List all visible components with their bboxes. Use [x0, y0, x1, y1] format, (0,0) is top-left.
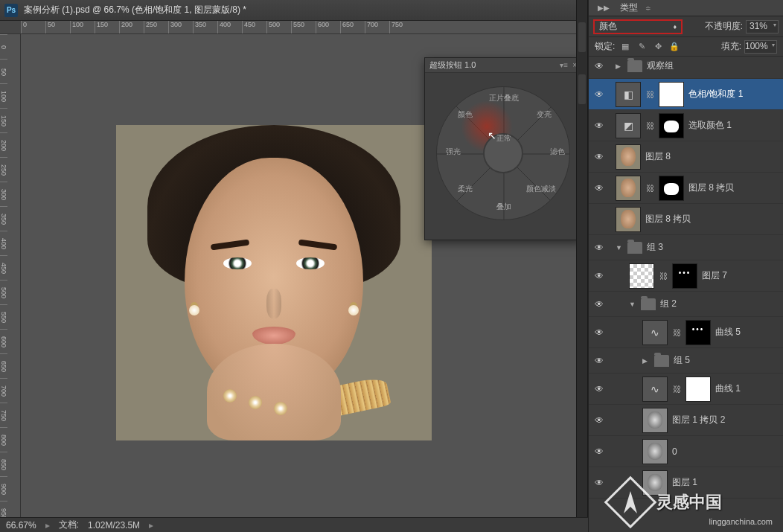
panel-tab-label[interactable]: 类型: [620, 1, 638, 14]
mask-thumbnail[interactable]: [685, 376, 711, 402]
lock-all-icon[interactable]: 🔒: [668, 41, 680, 53]
layer-name[interactable]: 图层 1 拷贝 2: [672, 414, 780, 426]
radial-menu-panel[interactable]: 超级按钮 1.0 ▾≡ × 正常 正片叠底 变亮 滤色 颜色减淡 叠加 柔光 强…: [424, 57, 582, 240]
layer-row[interactable]: 👁0: [589, 436, 783, 467]
status-menu-icon[interactable]: ▸: [149, 520, 153, 531]
visibility-toggle-icon[interactable]: 👁: [592, 478, 607, 488]
layer-thumbnail[interactable]: [642, 439, 668, 464]
group-disclosure-icon[interactable]: ▶: [616, 63, 623, 70]
radial-panel-header[interactable]: 超级按钮 1.0 ▾≡ ×: [425, 58, 581, 73]
layer-row[interactable]: 👁▼组 3: [589, 235, 783, 260]
visibility-toggle-icon[interactable]: 👁: [592, 356, 607, 366]
layer-thumbnail[interactable]: [616, 144, 641, 170]
layer-name[interactable]: 观察组: [647, 60, 780, 72]
seg-bottom[interactable]: 叠加: [489, 202, 519, 212]
group-disclosure-icon[interactable]: ▶: [642, 357, 650, 365]
lock-brush-icon[interactable]: ✎: [636, 41, 648, 53]
layer-thumbnail[interactable]: ∿: [642, 320, 668, 345]
vertical-ruler[interactable]: 0501001502002503003504004505005506006507…: [0, 34, 21, 517]
zoom-stepper-icon[interactable]: ▸: [45, 520, 50, 531]
panel-expand-icon[interactable]: ▶▶: [598, 4, 610, 12]
mask-link-icon[interactable]: ⛓: [645, 121, 654, 130]
seg-tl[interactable]: 颜色: [450, 109, 480, 120]
visibility-toggle-icon[interactable]: 👁: [592, 299, 607, 310]
visibility-toggle-icon[interactable]: 👁: [592, 183, 607, 193]
layer-name[interactable]: 组 3: [647, 241, 780, 254]
mask-thumbnail[interactable]: [659, 176, 684, 201]
visibility-toggle-icon[interactable]: 👁: [592, 121, 607, 131]
layer-thumbnail[interactable]: [642, 408, 668, 433]
layer-row[interactable]: 👁▶组 5: [589, 348, 783, 374]
seg-bl[interactable]: 柔光: [450, 184, 480, 194]
layer-name[interactable]: 色相/饱和度 1: [688, 88, 780, 100]
layer-row[interactable]: 👁图层 8: [589, 141, 783, 173]
seg-r[interactable]: 滤色: [543, 147, 570, 157]
mask-link-icon[interactable]: ⛓: [645, 90, 654, 99]
layer-thumbnail[interactable]: ◩: [616, 113, 641, 138]
layer-name[interactable]: 图层 7: [702, 269, 780, 282]
layer-thumbnail[interactable]: [629, 263, 654, 289]
layers-list[interactable]: 👁▶观察组👁◧⛓色相/饱和度 1👁◩⛓选取颜色 1👁图层 8👁⛓图层 8 拷贝图…: [589, 54, 783, 532]
lock-transparency-icon[interactable]: ▦: [619, 41, 631, 53]
document-canvas[interactable]: [116, 125, 432, 440]
layer-name[interactable]: 组 2: [660, 298, 780, 310]
mask-link-icon[interactable]: ⛓: [659, 272, 668, 281]
layer-row[interactable]: 👁⛓图层 8 拷贝: [589, 173, 783, 204]
blend-mode-wheel[interactable]: 正常 正片叠底 变亮 滤色 颜色减淡 叠加 柔光 强光 颜色 ↖: [436, 86, 570, 220]
seg-br[interactable]: 颜色减淡: [526, 184, 556, 194]
layer-row[interactable]: 👁∿⛓曲线 5: [589, 317, 783, 348]
layer-name[interactable]: 图层 8: [645, 150, 780, 163]
radial-menu-icon[interactable]: ▾≡: [560, 61, 568, 69]
layer-thumbnail[interactable]: ◧: [616, 82, 641, 107]
mask-thumbnail[interactable]: [659, 113, 684, 138]
visibility-toggle-icon[interactable]: 👁: [592, 415, 607, 426]
visibility-toggle-icon[interactable]: 👁: [592, 384, 607, 394]
mask-thumbnail[interactable]: [659, 82, 684, 107]
collapsed-panel-tab[interactable]: [578, 22, 586, 52]
visibility-toggle-icon[interactable]: 👁: [592, 327, 607, 338]
layer-row[interactable]: 👁▼组 2: [589, 292, 783, 317]
mask-thumbnail[interactable]: [672, 263, 697, 289]
visibility-toggle-icon[interactable]: 👁: [592, 61, 607, 71]
mask-link-icon[interactable]: ⛓: [672, 385, 681, 394]
fill-input[interactable]: 100%: [744, 40, 777, 54]
collapsed-panel-tab[interactable]: [578, 74, 586, 104]
layer-name[interactable]: 图层 8 拷贝: [688, 182, 780, 194]
layer-row[interactable]: 图层 8 拷贝: [589, 204, 783, 235]
layer-thumbnail[interactable]: [616, 207, 641, 232]
visibility-toggle-icon[interactable]: 👁: [592, 89, 607, 100]
layer-name[interactable]: 图层 8 拷贝: [645, 213, 780, 225]
layer-thumbnail[interactable]: ∿: [642, 376, 668, 402]
group-disclosure-icon[interactable]: ▼: [616, 244, 623, 251]
layer-name[interactable]: 组 5: [674, 354, 780, 367]
layer-name[interactable]: 曲线 1: [715, 382, 780, 395]
panel-dock-strip[interactable]: [576, 0, 588, 532]
lock-move-icon[interactable]: ✥: [652, 41, 664, 53]
horizontal-ruler[interactable]: 0501001502002503003504004505005506006507…: [21, 21, 588, 34]
layer-name[interactable]: 曲线 5: [715, 326, 780, 339]
group-disclosure-icon[interactable]: ▼: [629, 301, 636, 308]
layer-row[interactable]: 👁▶观察组: [589, 54, 783, 79]
visibility-toggle-icon[interactable]: 👁: [592, 243, 607, 253]
seg-l[interactable]: 强光: [438, 147, 468, 157]
layer-name[interactable]: 选取颜色 1: [688, 119, 780, 132]
layer-thumbnail[interactable]: [642, 470, 668, 496]
mask-link-icon[interactable]: ⛓: [672, 328, 681, 337]
dropdown-icon[interactable]: ≑: [645, 4, 651, 12]
visibility-toggle-icon[interactable]: 👁: [592, 446, 607, 457]
layer-name[interactable]: 0: [672, 446, 780, 457]
layer-row[interactable]: 👁◩⛓选取颜色 1: [589, 110, 783, 141]
layer-thumbnail[interactable]: [616, 176, 641, 201]
layer-row[interactable]: 👁图层 1 拷贝 2: [589, 405, 783, 436]
seg-tr[interactable]: 变亮: [529, 109, 559, 120]
layer-name[interactable]: 图层 1: [672, 476, 780, 489]
layer-row[interactable]: 👁∿⛓曲线 1: [589, 374, 783, 405]
opacity-input[interactable]: 31%: [746, 20, 779, 33]
seg-top[interactable]: 正片叠底: [489, 93, 519, 103]
mask-link-icon[interactable]: ⛓: [645, 184, 654, 193]
blend-mode-dropdown[interactable]: 颜色 ♦: [593, 19, 683, 34]
visibility-toggle-icon[interactable]: 👁: [592, 152, 607, 162]
layer-row[interactable]: 👁⛓图层 7: [589, 260, 783, 292]
layer-row[interactable]: 👁◧⛓色相/饱和度 1: [589, 79, 783, 110]
zoom-level[interactable]: 66.67%: [6, 520, 36, 531]
